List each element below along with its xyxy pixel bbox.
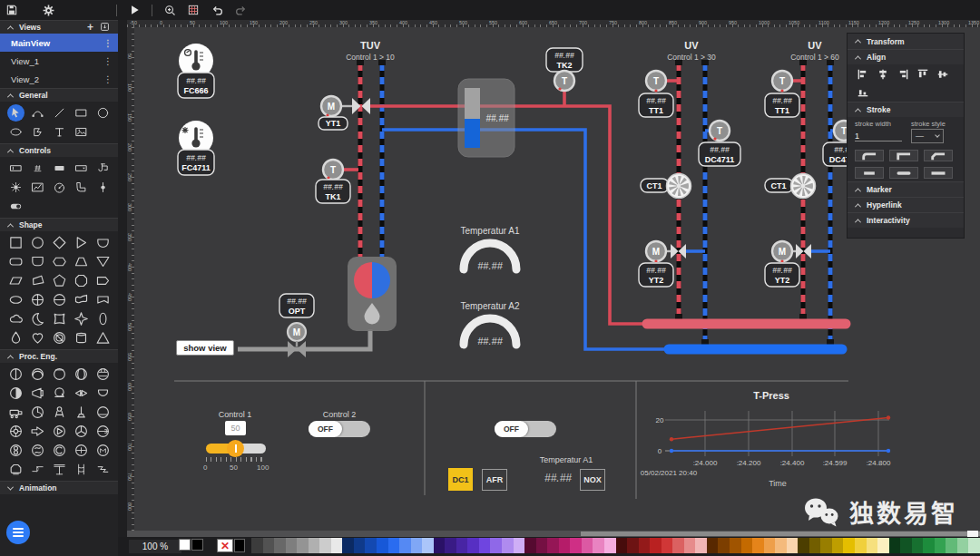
color-swatch[interactable]: [741, 538, 753, 553]
tool-chart[interactable]: [26, 178, 48, 197]
join-miter-button[interactable]: [889, 150, 918, 161]
horizontal-scrollbar[interactable]: [127, 531, 980, 537]
tool-button[interactable]: [48, 159, 70, 178]
tool-heart[interactable]: [26, 328, 48, 347]
cap-square-button[interactable]: [924, 167, 953, 179]
tool-gear-pump[interactable]: [5, 441, 26, 460]
color-swatch[interactable]: [354, 538, 366, 553]
uv1-pipes[interactable]: [675, 60, 709, 345]
tool-bowl[interactable]: [92, 233, 113, 252]
transform-section-header[interactable]: Transform: [848, 34, 964, 49]
color-swatch[interactable]: [524, 538, 536, 553]
tool-arrow-box[interactable]: [92, 271, 113, 290]
tool-manifold[interactable]: [48, 460, 70, 479]
color-swatch[interactable]: [434, 538, 446, 553]
add-view-button[interactable]: +: [87, 22, 93, 33]
color-swatch[interactable]: [319, 538, 331, 553]
view-item-mainview[interactable]: MainView⋮: [0, 34, 118, 52]
color-swatch[interactable]: [547, 538, 559, 553]
color-swatch[interactable]: [764, 538, 776, 553]
grid-button[interactable]: [181, 1, 205, 19]
tool-value[interactable]: [26, 159, 48, 178]
tool-light[interactable]: [5, 178, 26, 197]
tool-oval[interactable]: [5, 290, 26, 309]
tool-cloud[interactable]: [5, 309, 26, 328]
redo-button[interactable]: [229, 1, 252, 19]
color-swatch[interactable]: [809, 538, 821, 553]
gauge-temperatur-a1[interactable]: Temperatur A1 ##.##: [460, 226, 519, 271]
tool-horn[interactable]: [26, 384, 48, 403]
tool-pentagon[interactable]: [48, 271, 70, 290]
tk1-sensor[interactable]: T ##.## TK1: [316, 160, 350, 203]
color-swatch[interactable]: [695, 538, 707, 553]
color-swatch[interactable]: [274, 538, 286, 553]
tool-triangle[interactable]: [92, 328, 113, 347]
mixer-device[interactable]: [348, 257, 397, 331]
tool-pointer[interactable]: [7, 104, 24, 122]
no-color-swatch[interactable]: ✕: [217, 539, 233, 552]
tool-trapezoid[interactable]: [70, 252, 92, 271]
tool-select[interactable]: [70, 159, 92, 178]
zoom-button[interactable]: [158, 1, 181, 19]
show-view-button[interactable]: show view: [176, 340, 234, 356]
shape-section-header[interactable]: Shape: [0, 218, 118, 231]
color-swatch[interactable]: [662, 538, 673, 553]
tool-square[interactable]: [5, 233, 26, 252]
tool-vessel[interactable]: [92, 159, 113, 178]
black-swatch[interactable]: [234, 539, 245, 552]
tool-concave[interactable]: [48, 309, 70, 328]
color-swatch[interactable]: [456, 538, 468, 553]
tool-image[interactable]: [70, 122, 92, 141]
tool-parallelogram[interactable]: [5, 271, 26, 290]
tool-rectangle[interactable]: [70, 103, 92, 122]
navigate-views-button[interactable]: [100, 22, 110, 34]
color-swatch[interactable]: [820, 538, 832, 553]
stroke-section-header[interactable]: Stroke: [848, 102, 964, 117]
tool-banner[interactable]: [92, 290, 113, 309]
tool-rrect[interactable]: [5, 252, 26, 271]
color-swatch[interactable]: [479, 538, 491, 553]
tool-text[interactable]: [48, 122, 70, 141]
color-swatch[interactable]: [490, 538, 502, 553]
tool-motor-terminals[interactable]: [92, 365, 113, 384]
color-swatch[interactable]: [582, 538, 593, 553]
tool-valve-vertical[interactable]: [5, 365, 26, 384]
color-swatch[interactable]: [467, 538, 479, 553]
controls-section-header[interactable]: Controls: [0, 143, 118, 157]
tuv-pipes[interactable]: [357, 60, 386, 257]
color-swatch[interactable]: [604, 538, 616, 553]
tool-octagon[interactable]: [70, 271, 92, 290]
tt1a-sensor[interactable]: T ##.## TT1: [639, 71, 673, 117]
color-swatch[interactable]: [570, 538, 582, 553]
color-swatch[interactable]: [251, 538, 263, 553]
tool-tri-right[interactable]: [70, 233, 92, 252]
cap-butt-button[interactable]: [855, 167, 884, 179]
color-swatch[interactable]: [616, 538, 628, 553]
tool-squiggle[interactable]: [92, 460, 113, 479]
color-swatch[interactable]: [843, 538, 855, 553]
tool-valve-gate[interactable]: [70, 384, 92, 403]
gauge-temperatur-a2[interactable]: Temperatur A2 ##.##: [460, 301, 519, 346]
views-section-header[interactable]: Views +: [0, 20, 118, 34]
tool-drop[interactable]: [5, 328, 26, 347]
tool-compressor[interactable]: [5, 422, 26, 441]
color-swatch[interactable]: [559, 538, 571, 553]
tool-vessel-open[interactable]: [92, 384, 113, 403]
color-swatch[interactable]: [968, 538, 980, 553]
tool-agitator[interactable]: [48, 403, 70, 422]
color-swatch[interactable]: [832, 538, 844, 553]
color-swatch[interactable]: [752, 538, 764, 553]
color-swatch[interactable]: [718, 538, 730, 553]
fill-color-swatch[interactable]: [179, 539, 191, 551]
ct1b-fan[interactable]: CT1: [765, 174, 816, 199]
stroke-width-input[interactable]: [855, 132, 902, 141]
hyperlink-section-header[interactable]: Hyperlink: [848, 197, 964, 212]
afr-button[interactable]: AFR: [482, 469, 507, 491]
tool-input[interactable]: [5, 159, 26, 178]
color-swatch[interactable]: [672, 538, 684, 553]
interactivity-section-header[interactable]: Interactivity: [848, 212, 964, 228]
align-section-header[interactable]: Align: [848, 49, 964, 64]
tool-pipe[interactable]: [70, 178, 92, 197]
control1-value[interactable]: 50: [225, 421, 246, 435]
color-swatch[interactable]: [775, 538, 787, 553]
